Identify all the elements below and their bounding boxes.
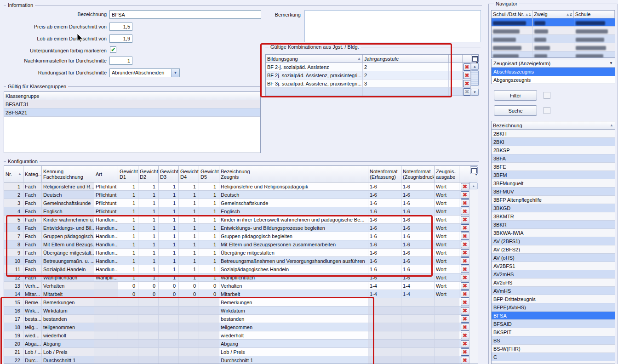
delete-row-button[interactable]: ✖	[461, 307, 469, 314]
table-row-redacted[interactable]	[492, 35, 615, 43]
list-item[interactable]: 2BKSP	[492, 146, 615, 154]
list-item[interactable]: BS	[492, 336, 615, 345]
table-row[interactable]: 13 Verh... Verhalten 0 0 0 0 0 Verhalten…	[4, 282, 478, 290]
delete-row-button[interactable]: ✖	[461, 348, 469, 356]
column-chooser-button[interactable]	[471, 55, 479, 63]
column-header-gewicht-d2[interactable]: Gewicht D2	[138, 166, 159, 182]
list-item[interactable]: BFSAIT31	[4, 100, 260, 108]
delete-row-button[interactable]: ✖	[461, 208, 469, 215]
table-row[interactable]: 1 Fach Religionslehre und R... Pflichtun…	[4, 182, 478, 191]
list-item[interactable]: AV (oHS)	[492, 254, 615, 262]
table-row[interactable]: 8 Fach Mit Eltern und Bezugs... Handlun.…	[4, 240, 478, 249]
preis-input[interactable]	[109, 23, 132, 31]
table-row-redacted[interactable]	[492, 51, 615, 58]
table-row[interactable]: BF 2j. sozialpäd. Assistenz, praxisinteg…	[266, 71, 479, 80]
table-row[interactable]: 4 Fach Englisch Pflichtunt 1 1 1 1 1 Eng…	[4, 207, 478, 216]
table-row[interactable]: 16 Wirk... Wirkdatum Wirkdatum ✖	[4, 307, 478, 315]
delete-row-button[interactable]: ✖	[461, 340, 469, 347]
list-item[interactable]: 2BFSA21	[4, 108, 260, 117]
list-item[interactable]: 3BFA	[492, 154, 615, 163]
table-row[interactable]: 5 Fach Kinder wahrnehmen u... Handlun...…	[4, 216, 478, 224]
delete-row-button[interactable]: ✖	[461, 290, 469, 298]
column-header-klassengruppe[interactable]: Klassengruppe	[4, 92, 260, 100]
delete-row-button[interactable]: ✖	[461, 233, 469, 240]
delete-row-button[interactable]: ✖	[461, 315, 469, 323]
list-item[interactable]: AV (2BFS1)	[492, 237, 615, 245]
delete-row-button[interactable]: ✖	[461, 282, 469, 290]
delete-row-button[interactable]: ✖	[461, 191, 469, 199]
column-chooser-button[interactable]	[470, 166, 478, 174]
rundungsart-select[interactable]: Abrunden/Abschneiden ▼	[109, 68, 180, 77]
column-header-gewicht-d5[interactable]: Gewicht D5	[199, 166, 219, 182]
chevron-down-icon[interactable]: ▼	[171, 69, 179, 77]
bezeichnung-input[interactable]	[109, 10, 261, 19]
table-row[interactable]: 3 Fach Gemeinschaftskunde Pflichtunt 1 1…	[4, 199, 478, 207]
table-row[interactable]: BF 2-j. sozialpäd. Assistenz 2 ✖	[266, 63, 479, 71]
delete-row-button[interactable]: ✖	[461, 266, 469, 273]
table-row[interactable]: 19 wied... wiederholt wiederholt ✖	[4, 331, 478, 340]
suche-button[interactable]: Suche	[494, 105, 537, 116]
filter-checkbox[interactable]	[544, 92, 550, 99]
list-item[interactable]: 3BKWA-IWIA	[492, 229, 615, 237]
table-row[interactable]: 21 Lob / ... Lob / Preis Lob / Preis ✖	[4, 348, 478, 356]
list-item[interactable]: BKSPIT	[492, 328, 615, 336]
list-item[interactable]: FTVi	[492, 361, 615, 364]
empty-row[interactable]: ✖	[266, 88, 479, 96]
delete-row-button[interactable]: ✖	[461, 257, 469, 265]
column-header-bezeichnung-zeugnis[interactable]: Bezeichnung Zeugnis	[219, 166, 368, 182]
delete-row-button[interactable]: ✖	[463, 72, 471, 79]
list-item[interactable]: AV (2BFS2)	[492, 245, 615, 254]
bemerkung-textarea[interactable]	[304, 10, 481, 42]
list-item[interactable]: 3BFM	[492, 171, 615, 179]
table-row[interactable]: 22 Durc... Durchschnitt 1 Durchschnitt 1…	[4, 356, 478, 364]
delete-row-button[interactable]: ✖	[461, 241, 469, 248]
delete-row-button[interactable]: ✖	[461, 216, 469, 223]
column-header-zeugnisausgabe[interactable]: Zeugnis- ausgabe	[435, 166, 459, 182]
table-row[interactable]: 7 Fach Gruppen pädagogisch... Handlun...…	[4, 232, 478, 240]
column-header-gewicht-d4[interactable]: Gewicht D4	[179, 166, 199, 182]
list-item[interactable]: AVmHS	[492, 287, 615, 295]
table-row[interactable]: 15 Beme... Bemerkungen Bemerkungen ✖	[4, 298, 478, 307]
list-item[interactable]: AV2mHS	[492, 270, 615, 279]
table-row[interactable]: 9 Fach Übergänge mitgestalt... Handlun..…	[4, 249, 478, 257]
delete-row-button[interactable]: ✖	[461, 357, 469, 364]
list-item[interactable]: 2BKI	[492, 138, 615, 146]
column-header-notenformat-zeugnisdruck[interactable]: Notenformat (Zeugnisdruck)	[401, 166, 435, 182]
suche-checkbox[interactable]	[544, 107, 550, 114]
delete-row-button[interactable]: ✖	[461, 332, 469, 339]
lob-input[interactable]	[109, 34, 132, 43]
zeugnisart-option[interactable]: Abgangszeugnis	[492, 76, 615, 84]
scrollbar-thumb[interactable]	[471, 70, 479, 86]
list-item[interactable]: 3BFE	[492, 163, 615, 171]
table-row[interactable]: 10 Fach Betreuungsmaßn. u. ... Handlun..…	[4, 257, 478, 265]
column-header-kennung[interactable]: Kennung Fachbezeichnung	[42, 166, 94, 182]
table-row-redacted[interactable]	[492, 43, 615, 51]
list-item[interactable]: AV2BFS1	[492, 262, 615, 270]
column-header-notenformat-erfassung[interactable]: Notenformat (Erfassung)	[368, 166, 401, 182]
delete-row-button[interactable]: ✖	[461, 324, 469, 331]
scroll-up-icon[interactable]: ▲	[469, 182, 478, 189]
nachkommastellen-input[interactable]	[109, 57, 132, 65]
konfiguration-scrollbar[interactable]: ▲	[469, 182, 478, 364]
scroll-down-icon[interactable]: ▼	[471, 89, 479, 96]
delete-row-button[interactable]: ✖	[461, 274, 469, 281]
column-header-bildungsgang[interactable]: Bildungsgang ▲	[266, 55, 363, 63]
list-item[interactable]: 3BFP Altenpflegehilfe	[492, 196, 615, 204]
list-item[interactable]: BS-W(FHR)	[492, 345, 615, 353]
column-header-jahrgangsstufe[interactable]: Jahrgangsstufe	[363, 55, 449, 63]
delete-row-button[interactable]: ✖	[461, 249, 469, 256]
column-header-nr[interactable]: Nr. ▲	[4, 166, 23, 182]
list-item[interactable]: BFP-Drittelzeugnis	[492, 295, 615, 303]
list-item[interactable]: 3BFMunguelt	[492, 179, 615, 188]
list-item[interactable]: 3BFMUV	[492, 188, 615, 196]
list-item[interactable]: 3BKGD	[492, 204, 615, 212]
table-row[interactable]: 6 Fach Entwicklungs- und Bil... Handlun.…	[4, 224, 478, 232]
column-header[interactable]: Schule	[574, 11, 615, 18]
list-item[interactable]: 2BKH	[492, 130, 615, 138]
list-item[interactable]: 3BKR	[492, 221, 615, 229]
column-header-kategorie[interactable]: Kateg...	[23, 166, 42, 182]
delete-row-button[interactable]: ✖	[461, 299, 469, 306]
delete-row-button[interactable]: ✖	[461, 183, 469, 190]
column-header-art[interactable]: Art	[94, 166, 118, 182]
table-row-redacted[interactable]	[492, 27, 615, 35]
